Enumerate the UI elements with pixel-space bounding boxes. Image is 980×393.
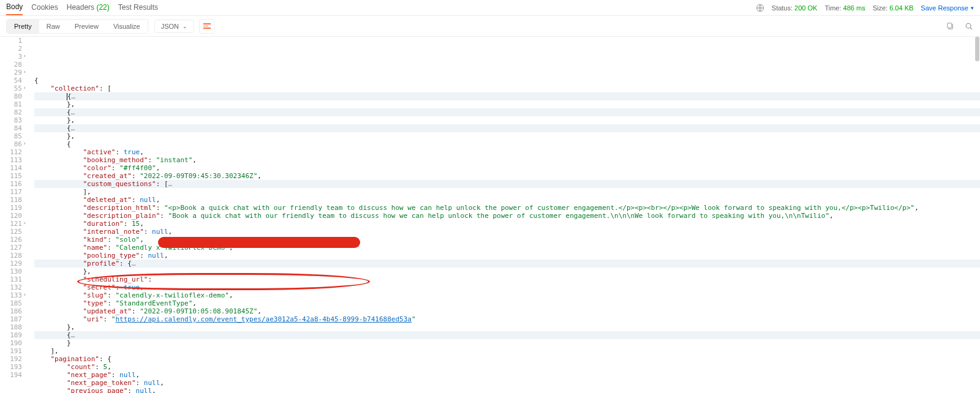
tab-headers-label: Headers xyxy=(67,3,94,12)
view-pretty-button[interactable]: Pretty xyxy=(7,20,39,33)
status-group: Status: 200 OK xyxy=(772,4,818,12)
tab-test-results[interactable]: Test Results xyxy=(118,1,158,15)
save-response-label: Save Response xyxy=(921,4,968,12)
code-line[interactable]: ], xyxy=(34,188,980,196)
code-line[interactable]: { xyxy=(34,77,980,84)
code-line[interactable]: }, xyxy=(34,323,980,331)
code-line[interactable]: "description_html": "<p>Book a quick cha… xyxy=(34,204,980,212)
size-group: Size: 6.04 KB xyxy=(873,4,914,12)
time-label: Time: xyxy=(824,4,841,12)
code-line[interactable]: "kind": "solo", xyxy=(34,236,980,244)
code-line[interactable]: {… xyxy=(34,124,980,132)
tab-cookies[interactable]: Cookies xyxy=(31,1,58,15)
save-response-button[interactable]: Save Response ▾ xyxy=(921,4,974,12)
code-line[interactable]: {… xyxy=(34,92,980,100)
code-line[interactable]: "secret": true, xyxy=(34,283,980,291)
copy-icon[interactable] xyxy=(946,21,956,31)
code-line[interactable]: "booking_method": "instant", xyxy=(34,156,980,164)
view-visualize-button[interactable]: Visualize xyxy=(106,20,148,33)
status-label: Status: xyxy=(772,4,793,12)
code-line[interactable]: "scheduling_url": xyxy=(34,275,980,283)
code-line[interactable]: "custom_questions": [… xyxy=(34,180,980,188)
code-line[interactable]: "duration": 15, xyxy=(34,220,980,228)
language-dropdown-label: JSON xyxy=(161,23,179,30)
time-group: Time: 486 ms xyxy=(824,4,865,12)
wrap-lines-icon xyxy=(203,23,211,29)
tab-body[interactable]: Body xyxy=(6,0,23,15)
svg-line-4 xyxy=(970,28,972,29)
svg-point-3 xyxy=(966,23,971,28)
code-line[interactable]: }, xyxy=(34,116,980,124)
code-line[interactable]: "description_plain": "Book a quick chat … xyxy=(34,212,980,220)
code-line[interactable]: "count": 5, xyxy=(34,363,980,371)
response-meta: Status: 200 OK Time: 486 ms Size: 6.04 K… xyxy=(756,4,974,12)
code-line[interactable]: "updated_at": "2022-09-09T10:05:08.90184… xyxy=(34,307,980,315)
code-line[interactable]: "uri": "https://api.calendly.com/event_t… xyxy=(34,315,980,323)
fold-toggle[interactable]: › xyxy=(21,85,26,91)
code-line[interactable]: "slug": "calendly-x-twilioflex-demo", xyxy=(34,291,980,299)
code-line[interactable]: "internal_note": null, xyxy=(34,228,980,236)
language-dropdown[interactable]: JSON ⌄ xyxy=(154,20,194,33)
code-line[interactable]: {… xyxy=(34,108,980,116)
tab-headers-count: (22) xyxy=(96,3,109,12)
code-line[interactable]: "next_page": null, xyxy=(34,371,980,379)
code-line[interactable]: "profile": {… xyxy=(34,260,980,268)
code-line[interactable]: }, xyxy=(34,132,980,140)
svg-rect-2 xyxy=(948,23,952,28)
toolbar-right xyxy=(946,21,974,31)
response-tabs: Body Cookies Headers (22) Test Results xyxy=(6,0,158,15)
size-label: Size: xyxy=(873,4,888,12)
fold-toggle[interactable]: › xyxy=(21,220,26,226)
code-line[interactable]: "pagination": { xyxy=(34,355,980,363)
view-raw-button[interactable]: Raw xyxy=(39,20,67,33)
code-content[interactable]: { "collection": [ {… }, {… }, {… }, { "a… xyxy=(27,37,980,393)
code-line[interactable]: "next_page_token": null, xyxy=(34,379,980,387)
code-line[interactable]: ], xyxy=(34,347,980,355)
code-line[interactable]: }, xyxy=(34,100,980,108)
chevron-down-icon: ▾ xyxy=(971,5,974,11)
response-header: Body Cookies Headers (22) Test Results S… xyxy=(0,0,980,16)
fold-toggle[interactable]: › xyxy=(21,292,26,298)
chevron-down-icon: ⌄ xyxy=(183,23,187,29)
code-line[interactable]: }, xyxy=(34,268,980,275)
network-icon[interactable] xyxy=(756,4,764,12)
code-line[interactable]: "previous_page": null, xyxy=(34,387,980,393)
code-line[interactable]: "type": "StandardEventType", xyxy=(34,299,980,307)
body-toolbar: Pretty Raw Preview Visualize JSON ⌄ xyxy=(0,16,980,37)
code-line[interactable]: { xyxy=(34,140,980,148)
code-line[interactable]: } xyxy=(34,339,980,347)
fold-toggle[interactable]: › xyxy=(21,53,26,59)
code-line[interactable]: "deleted_at": null, xyxy=(34,196,980,204)
code-line[interactable]: "name": "Calendly x TwilioFlex Demo", xyxy=(34,244,980,252)
status-value: 200 OK xyxy=(794,4,817,12)
search-icon[interactable] xyxy=(964,21,974,31)
scrollbar-thumb[interactable] xyxy=(975,37,979,61)
code-line[interactable]: "created_at": "2022-09-09T09:45:30.30234… xyxy=(34,172,980,180)
fold-toggle[interactable]: › xyxy=(21,141,26,146)
response-body[interactable]: 123›2829›5455›80818283848586›11211311411… xyxy=(0,37,980,393)
code-line[interactable]: "collection": [ xyxy=(34,84,980,92)
time-value: 486 ms xyxy=(843,4,865,12)
code-line[interactable]: "color": "#ff4f00", xyxy=(34,164,980,172)
tab-headers[interactable]: Headers (22) xyxy=(67,1,110,15)
fold-toggle[interactable]: › xyxy=(21,69,26,75)
code-line[interactable]: {… xyxy=(34,331,980,339)
code-line[interactable]: "pooling_type": null, xyxy=(34,252,980,260)
line-gutter: 123›2829›5455›80818283848586›11211311411… xyxy=(0,37,27,393)
view-preview-button[interactable]: Preview xyxy=(67,20,106,33)
code-line[interactable]: "active": true, xyxy=(34,148,980,156)
size-value: 6.04 KB xyxy=(889,4,913,12)
view-mode-segment: Pretty Raw Preview Visualize xyxy=(6,19,148,34)
wrap-lines-button[interactable] xyxy=(199,19,215,34)
